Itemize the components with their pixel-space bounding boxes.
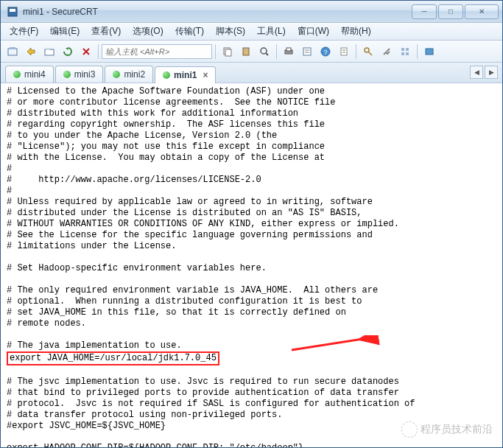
tab-close-icon[interactable]: × <box>203 70 208 80</box>
status-dot-icon <box>63 71 71 78</box>
svg-rect-29 <box>401 52 404 55</box>
menu-transfer[interactable]: 传输(T) <box>169 23 210 40</box>
status-dot-icon <box>13 71 21 78</box>
terminal-text-post: # The jsvc implementation to use. Jsvc i… <box>7 377 415 447</box>
session-manager-icon[interactable] <box>4 43 21 60</box>
status-dot-icon <box>113 71 120 78</box>
menu-file[interactable]: 文件(F) <box>4 23 44 40</box>
reconnect-icon[interactable] <box>59 43 77 60</box>
svg-rect-30 <box>406 52 409 55</box>
tab-next-icon[interactable]: ▶ <box>485 66 498 79</box>
tab-nav: ◀ ▶ <box>470 66 498 79</box>
copy-icon[interactable] <box>219 43 236 60</box>
app-icon <box>7 6 18 18</box>
svg-rect-1 <box>10 9 15 12</box>
menu-window[interactable]: 窗口(W) <box>292 23 335 40</box>
find-icon[interactable] <box>256 43 273 60</box>
tab-mini2[interactable]: mini2 <box>105 66 153 83</box>
tab-label: mini3 <box>74 69 96 80</box>
terminal[interactable]: # Licensed to the Apache Software Founda… <box>1 83 502 447</box>
svg-text:?: ? <box>323 49 327 56</box>
window-title: mini1 - SecureCRT <box>23 7 412 17</box>
menu-options[interactable]: 选项(O) <box>127 23 169 40</box>
script-icon[interactable] <box>335 43 353 60</box>
toolbar-separator <box>356 44 356 59</box>
connect-tab-icon[interactable] <box>41 43 58 60</box>
svg-line-33 <box>292 337 376 350</box>
menu-edit[interactable]: 编辑(E) <box>44 23 85 40</box>
svg-rect-9 <box>225 49 231 56</box>
menu-script[interactable]: 脚本(S) <box>210 23 251 40</box>
menu-help[interactable]: 帮助(H) <box>335 23 377 40</box>
svg-rect-21 <box>341 48 347 55</box>
watermark-text: 程序员技术前沿 <box>421 423 493 436</box>
tab-label: mini2 <box>124 69 145 80</box>
terminal-text-pre: # Licensed to the Apache Software Founda… <box>7 86 399 351</box>
svg-rect-31 <box>426 49 433 55</box>
toolbar-separator <box>276 44 277 59</box>
key-icon[interactable] <box>359 43 377 60</box>
highlighted-line: export JAVA_HOME=/usr/local/jdk1.7.0_45 <box>7 351 219 365</box>
svg-rect-16 <box>303 48 311 55</box>
svg-line-25 <box>368 52 372 55</box>
svg-rect-28 <box>406 48 409 51</box>
tab-label: mini4 <box>24 69 46 80</box>
disconnect-icon[interactable] <box>77 43 95 60</box>
minimize-button[interactable]: ─ <box>412 4 437 19</box>
svg-line-26 <box>387 49 390 52</box>
svg-line-13 <box>266 53 268 55</box>
help-icon[interactable]: ? <box>317 43 334 60</box>
svg-point-12 <box>261 48 267 54</box>
titlebar: mini1 - SecureCRT ─ □ ✕ <box>1 1 502 23</box>
tab-mini4[interactable]: mini4 <box>5 66 54 83</box>
svg-rect-3 <box>10 47 15 49</box>
host-input[interactable] <box>102 44 212 59</box>
svg-rect-15 <box>286 48 291 51</box>
menu-tools[interactable]: 工具(L) <box>251 23 292 40</box>
maximize-button[interactable]: □ <box>438 4 463 19</box>
tab-mini1[interactable]: mini1× <box>155 66 216 83</box>
annotation-arrow-icon <box>288 335 384 365</box>
menubar: 文件(F) 编辑(E) 查看(V) 选项(O) 传输(T) 脚本(S) 工具(L… <box>1 23 502 41</box>
toolbar-separator <box>417 44 418 59</box>
svg-rect-27 <box>401 48 404 51</box>
toolbar: ? <box>1 41 502 63</box>
toolbar-separator <box>215 44 216 59</box>
watermark: 程序员技术前沿 <box>401 421 493 438</box>
menu-view[interactable]: 查看(V) <box>85 23 127 40</box>
close-button[interactable]: ✕ <box>465 4 499 19</box>
tab-label: mini1 <box>174 70 197 80</box>
tabbar: mini4 mini3 mini2 mini1× ◀ ▶ <box>1 63 502 83</box>
properties-icon[interactable] <box>298 43 316 60</box>
app-window: mini1 - SecureCRT ─ □ ✕ 文件(F) 编辑(E) 查看(V… <box>0 0 503 448</box>
tab-mini3[interactable]: mini3 <box>55 66 104 83</box>
tab-prev-icon[interactable]: ◀ <box>470 66 483 79</box>
about-icon[interactable] <box>421 43 438 60</box>
svg-rect-5 <box>46 48 49 50</box>
svg-rect-2 <box>8 49 17 55</box>
window-controls: ─ □ ✕ <box>412 4 499 19</box>
paste-icon[interactable] <box>237 43 255 60</box>
tile-icon[interactable] <box>396 43 414 60</box>
svg-rect-11 <box>245 47 247 49</box>
quick-connect-icon[interactable] <box>22 43 40 60</box>
settings-icon[interactable] <box>378 43 395 60</box>
print-icon[interactable] <box>280 43 298 60</box>
toolbar-separator <box>98 44 99 59</box>
svg-rect-4 <box>45 49 54 55</box>
watermark-icon <box>401 421 418 438</box>
status-dot-icon <box>163 71 170 79</box>
